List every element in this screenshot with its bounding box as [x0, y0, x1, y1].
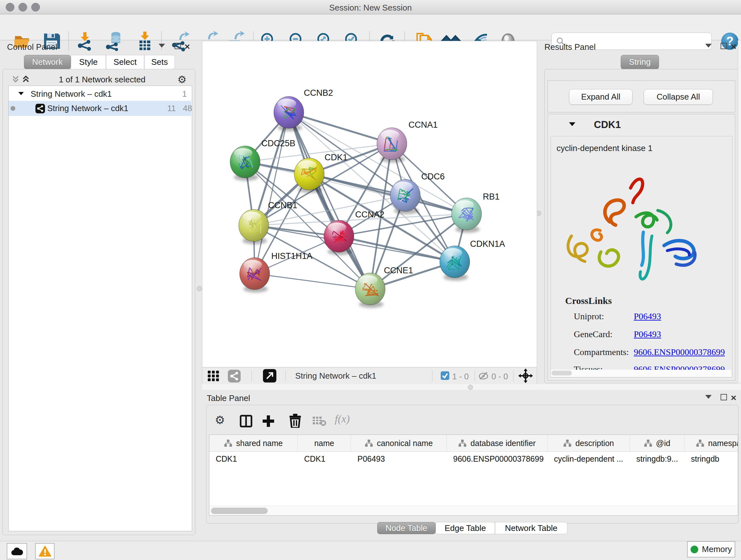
gene-section: CDK1 cyclin-dependent kinase 1 CrossLink… [548, 114, 735, 381]
cell-name[interactable]: CDK1 [298, 451, 351, 466]
results-buttons-box: Expand All Collapse All [548, 80, 735, 112]
table-gear-icon[interactable]: ⚙ [215, 414, 225, 427]
birdseye-grid-icon[interactable] [207, 370, 223, 381]
network-edge[interactable] [289, 112, 370, 289]
crosshair-icon[interactable] [518, 368, 533, 383]
control-panel-menu-icon[interactable] [158, 44, 165, 48]
table-panel-float-icon[interactable] [721, 394, 727, 400]
expand-all-button[interactable]: Expand All [569, 89, 632, 105]
crosslink-genecard-link[interactable]: P06493 [634, 329, 661, 339]
node-label-CDC6: CDC6 [421, 172, 445, 181]
node-label-CCNE1: CCNE1 [384, 266, 413, 275]
network-collection-row[interactable]: String Network – cdk1 1 [9, 88, 191, 101]
results-horizontal-scrollbar[interactable] [551, 370, 731, 377]
table-panel-menu-icon[interactable] [705, 395, 712, 399]
table-horizontal-scrollbar[interactable] [209, 506, 738, 516]
node-label-CDC25B: CDC25B [261, 138, 295, 148]
footer-separator [285, 370, 286, 381]
column-header--id[interactable]: @id [630, 435, 684, 451]
tab-style[interactable]: Style [71, 55, 106, 69]
left-splitter-handle[interactable] [197, 286, 202, 291]
table-panel-body: ⚙ f(x) shared namenamecanonical namedata… [206, 405, 738, 523]
footer-separator [252, 370, 252, 381]
network-node-CDKN1A[interactable]: CDKN1A [440, 239, 505, 281]
add-column-icon[interactable] [261, 414, 275, 428]
crosslink-label: Uniprot: [574, 311, 604, 321]
column-header-description[interactable]: description [548, 435, 630, 451]
network-node-RB1[interactable]: RB1 [452, 192, 500, 233]
tab-network-table[interactable]: Network Table [495, 522, 567, 534]
column-header-database-identifier[interactable]: database identifier [447, 435, 548, 451]
network-node-CCNB1[interactable]: CCNB1 [239, 200, 297, 244]
network-status-dot [10, 106, 15, 111]
protein-structure-image [562, 168, 702, 296]
column-header-shared-name[interactable]: shared name [209, 435, 298, 451]
results-panel-title: Results Panel [544, 42, 596, 52]
cloud-button[interactable] [7, 543, 27, 559]
results-panel-menu-icon[interactable] [705, 44, 712, 48]
show-columns-icon[interactable] [240, 415, 253, 428]
results-panel-close-icon[interactable]: × [731, 44, 737, 50]
table-panel-close-icon[interactable]: × [731, 395, 737, 401]
warning-button[interactable] [35, 543, 55, 559]
tab-sets[interactable]: Sets [144, 55, 175, 69]
gene-collapse-icon[interactable] [569, 122, 576, 126]
selected-checkbox-icon[interactable] [441, 371, 449, 380]
string-view-icon[interactable] [228, 370, 241, 382]
network-edge-count: 48 [183, 104, 192, 113]
cell-database-identifier[interactable]: 9606.ENSP00000378699 [447, 451, 548, 466]
collection-label: String Network – cdk1 [30, 89, 112, 99]
hidden-eye-icon [478, 370, 489, 381]
network-selected-summary: 1 of 1 Network selected [38, 75, 166, 84]
warning-icon [39, 546, 51, 557]
cell-description[interactable]: cyclin-dependent ... [548, 451, 630, 466]
network-node-CDC6[interactable]: CDC6 [390, 172, 445, 214]
delete-column-icon[interactable] [289, 414, 301, 428]
network-view-title: String Network – cdk1 [295, 371, 376, 381]
tab-network[interactable]: Network [24, 55, 71, 69]
network-edge[interactable] [289, 112, 392, 144]
expand-all-chevron-icon[interactable] [21, 74, 30, 84]
network-node-HIST1H1A[interactable]: HIST1H1A [240, 251, 313, 293]
network-node-CDK1[interactable]: CDK1 [294, 152, 347, 193]
tab-node-table[interactable]: Node Table [377, 522, 435, 534]
tree-expand-icon[interactable] [18, 92, 24, 95]
network-edge[interactable] [255, 273, 370, 289]
network-row-selected[interactable]: String Network – cdk1 11 48 [9, 101, 191, 116]
collapse-all-chevron-icon[interactable] [11, 74, 20, 84]
scrollbar-thumb[interactable] [211, 508, 268, 514]
scrollbar-thumb[interactable] [551, 371, 572, 375]
column-header-name[interactable]: name [298, 435, 351, 451]
network-node-CCNB2[interactable]: CCNB2 [274, 88, 333, 131]
node-label-CCNA1: CCNA1 [408, 120, 438, 130]
string-network-icon [36, 104, 45, 113]
cell-shared-name[interactable]: CDK1 [209, 451, 298, 466]
cell--id[interactable]: stringdb:9... [630, 451, 684, 466]
memory-button[interactable]: Memory [687, 541, 735, 557]
control-panel-close-icon[interactable]: × [185, 44, 190, 50]
shared-column-icon [224, 439, 232, 447]
crosslink-uniprot-link[interactable]: P06493 [634, 311, 661, 321]
column-header-canonical-name[interactable]: canonical name [351, 435, 447, 451]
open-in-window-icon[interactable] [263, 369, 276, 382]
cell-namespace[interactable]: stringdb [684, 451, 738, 466]
node-table: shared namenamecanonical namedatabase id… [209, 435, 738, 516]
network-node-CCNA1[interactable]: CCNA1 [377, 120, 438, 163]
function-builder-icon-disabled: f(x) [335, 413, 350, 425]
results-vertical-scrollbar[interactable] [738, 40, 741, 382]
cell-canonical-name[interactable]: P06493 [351, 451, 447, 466]
control-panel-float-icon[interactable] [175, 43, 181, 49]
crosslink-compartments-link[interactable]: 9606.ENSP00000378699 [634, 347, 725, 357]
network-panel-gear-icon[interactable]: ⚙ [178, 73, 187, 85]
network-node-CCNE1[interactable]: CCNE1 [355, 266, 413, 308]
tab-select[interactable]: Select [106, 55, 144, 69]
results-panel-float-icon[interactable] [721, 43, 727, 49]
collapse-all-button[interactable]: Collapse All [644, 89, 713, 105]
tab-string[interactable]: String [621, 55, 659, 69]
column-header-namespace[interactable]: namespace [684, 435, 738, 451]
footer-separator [475, 370, 475, 381]
tab-edge-table[interactable]: Edge Table [435, 522, 495, 534]
network-node-count: 11 [167, 104, 176, 113]
network-graph: CCNB2CCNA1CDC25BCDK1CDC6RB1CCNB1CCNA2CDK… [202, 41, 536, 367]
bottom-splitter-handle[interactable] [468, 385, 473, 390]
